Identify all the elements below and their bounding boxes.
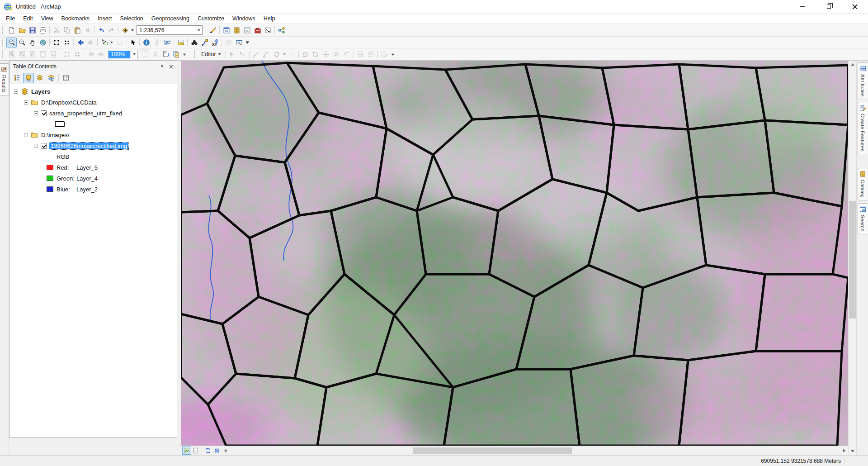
- forward-extent-button[interactable]: [85, 38, 96, 48]
- data-driven-pages-button[interactable]: [171, 49, 181, 59]
- collapse-icon[interactable]: [34, 111, 38, 115]
- viewer-window-button[interactable]: [234, 38, 244, 48]
- map-canvas[interactable]: [181, 61, 848, 446]
- menu-help[interactable]: Help: [259, 14, 279, 23]
- sketch-properties-button[interactable]: [366, 49, 376, 59]
- toolbar-overflow-button[interactable]: [181, 49, 188, 59]
- full-extent-button[interactable]: [38, 38, 48, 48]
- edit-annotation-button[interactable]: A: [237, 49, 248, 59]
- add-data-button[interactable]: [120, 25, 130, 35]
- attributes-button[interactable]: [355, 49, 366, 59]
- vscroll-up-button[interactable]: [849, 61, 856, 68]
- toolbar-grip[interactable]: [2, 50, 4, 58]
- polygon-symbol-swatch[interactable]: [55, 121, 65, 127]
- vscroll-down-button[interactable]: [849, 447, 856, 455]
- trace-dropdown[interactable]: [282, 49, 287, 59]
- table-of-contents-button[interactable]: [221, 25, 231, 35]
- minimize-button[interactable]: [789, 0, 816, 13]
- trace-tool-button[interactable]: [272, 49, 282, 59]
- list-by-drawing-order-button[interactable]: [12, 73, 23, 83]
- pan-button[interactable]: [27, 38, 38, 48]
- straight-segment-button[interactable]: [251, 49, 261, 59]
- new-document-button[interactable]: [6, 25, 17, 35]
- layout-pan-button[interactable]: [27, 49, 38, 59]
- collapse-icon[interactable]: [34, 144, 38, 148]
- group-label[interactable]: D:\images\: [41, 132, 69, 138]
- find-button[interactable]: [189, 38, 199, 48]
- layout-back-button[interactable]: [85, 49, 96, 59]
- toc-close-button[interactable]: [167, 62, 175, 71]
- map-scale-dropdown[interactable]: [195, 26, 202, 34]
- layout-fixed-zoom-out-button[interactable]: [72, 49, 82, 59]
- tree-item-mosaic-layer[interactable]: 19960626mosaicrectified.img: [9, 140, 177, 151]
- save-button[interactable]: [27, 25, 38, 35]
- arc-segment-button[interactable]: [261, 49, 272, 59]
- identify-button[interactable]: [141, 38, 151, 48]
- zoom-percent-input[interactable]: [108, 51, 130, 58]
- arctoolbox-button[interactable]: [252, 25, 263, 35]
- refresh-button[interactable]: [203, 447, 212, 455]
- toc-pin-button[interactable]: [158, 62, 166, 71]
- tree-item-sarea-symbol[interactable]: [9, 119, 177, 129]
- go-to-xy-button[interactable]: XY: [210, 38, 220, 48]
- menu-insert[interactable]: Insert: [94, 14, 116, 23]
- change-layout-button[interactable]: [160, 49, 171, 59]
- collapse-icon[interactable]: [14, 90, 18, 94]
- fixed-zoom-out-button[interactable]: [61, 38, 72, 48]
- horizontal-scrollbar[interactable]: [230, 447, 840, 455]
- tree-item-group-images[interactable]: D:\images\: [9, 129, 177, 140]
- menu-view[interactable]: View: [37, 14, 57, 23]
- hyperlink-button[interactable]: [151, 38, 162, 48]
- pause-drawing-button[interactable]: [212, 447, 222, 455]
- toolbar-overflow-button[interactable]: [244, 38, 250, 48]
- toggle-draft-mode-button[interactable]: [140, 49, 150, 59]
- map-scale-input[interactable]: [137, 26, 195, 34]
- catalog-window-button[interactable]: [231, 25, 242, 35]
- menu-selection[interactable]: Selection: [116, 14, 147, 23]
- hscroll-thumb[interactable]: [413, 447, 572, 454]
- open-button[interactable]: [17, 25, 27, 35]
- add-data-dropdown[interactable]: [130, 25, 135, 35]
- list-by-visibility-button[interactable]: [34, 73, 45, 83]
- close-button[interactable]: [842, 0, 868, 13]
- hscroll-right-button[interactable]: [840, 447, 848, 455]
- menu-windows[interactable]: Windows: [228, 14, 259, 23]
- toolbar-grip[interactable]: [2, 26, 4, 34]
- print-button[interactable]: [38, 25, 48, 35]
- vscroll-thumb[interactable]: [849, 201, 856, 319]
- layout-zoom-in-button[interactable]: [6, 49, 17, 59]
- menu-file[interactable]: File: [2, 14, 19, 23]
- layers-label[interactable]: Layers: [31, 88, 50, 95]
- split-tool-button[interactable]: [331, 49, 342, 59]
- back-extent-button[interactable]: [75, 38, 85, 48]
- zoom-out-button[interactable]: [17, 38, 27, 48]
- group-label[interactable]: D:\Dropbox\CLCData: [41, 99, 97, 106]
- paste-button[interactable]: [72, 25, 82, 35]
- zoom-percent-dropdown[interactable]: [130, 50, 137, 59]
- panel-splitter[interactable]: [177, 61, 181, 455]
- reshape-feature-button[interactable]: [311, 49, 321, 59]
- menu-edit[interactable]: Edit: [19, 14, 37, 23]
- tree-item-sarea-layer[interactable]: sarea_properties_utm_fixed: [9, 108, 177, 119]
- editor-toolbar-toggle-button[interactable]: [208, 25, 218, 35]
- tree-item-layers[interactable]: Layers: [9, 86, 177, 97]
- green-band-swatch[interactable]: [47, 176, 53, 181]
- vertical-scrollbar[interactable]: [848, 61, 856, 455]
- collapse-icon[interactable]: [24, 133, 28, 137]
- collapse-icon[interactable]: [24, 100, 28, 105]
- edit-tool-button[interactable]: [227, 49, 237, 59]
- toolbar-grip[interactable]: [194, 50, 196, 58]
- selected-layer-label[interactable]: 19960626mosaicrectified.img: [49, 143, 128, 149]
- feature-construction-button[interactable]: [287, 49, 297, 59]
- time-slider-button[interactable]: [223, 38, 234, 48]
- results-tab[interactable]: Results: [0, 63, 9, 95]
- select-features-dropdown[interactable]: [109, 38, 114, 48]
- redo-button[interactable]: [106, 25, 117, 35]
- zoom-in-button[interactable]: [6, 38, 17, 48]
- select-features-button[interactable]: [99, 38, 109, 48]
- rotate-tool-button[interactable]: [342, 49, 352, 59]
- move-tool-button[interactable]: [321, 49, 331, 59]
- zoom-percent-combo[interactable]: [108, 50, 138, 59]
- layer-visibility-checkbox[interactable]: [41, 143, 47, 149]
- select-elements-button[interactable]: [127, 38, 138, 48]
